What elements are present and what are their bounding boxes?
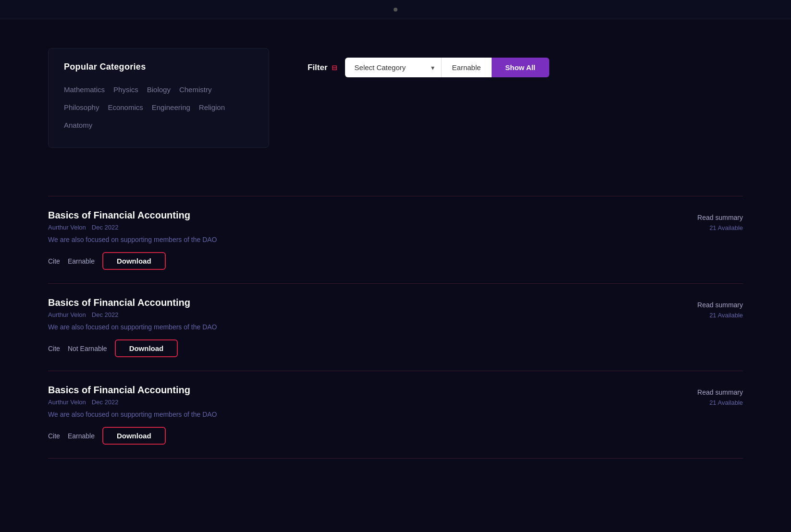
cite-button[interactable]: Cite (48, 345, 60, 352)
categories-grid: MathematicsPhysicsBiologyChemistryPhilos… (64, 83, 253, 132)
paper-actions: Cite Not Earnable Download (48, 339, 666, 357)
earnable-status: Earnable (68, 432, 95, 440)
category-item[interactable]: Physics (113, 83, 147, 97)
paper-content: Basics of Financial Accounting Aurthur V… (48, 385, 666, 445)
available-count: 21 Available (666, 224, 743, 231)
filter-icon: ⊟ (332, 64, 337, 72)
select-wrapper[interactable]: Select CategoryMathematicsPhysicsBiology… (345, 58, 441, 77)
category-item[interactable]: Biology (147, 83, 179, 97)
paper-author: Aurthur Velon (48, 311, 86, 318)
paper-meta: Aurthur Velon Dec 2022 (48, 311, 666, 318)
category-item[interactable]: Philosophy (64, 100, 108, 114)
filter-section: Filter ⊟ Select CategoryMathematicsPhysi… (308, 58, 743, 77)
category-item[interactable]: Religion (199, 100, 234, 114)
earnable-status: Earnable (68, 257, 95, 265)
read-summary-link[interactable]: Read summary (666, 388, 743, 396)
categories-panel: Popular Categories MathematicsPhysicsBio… (48, 48, 269, 148)
cite-button[interactable]: Cite (48, 432, 60, 440)
available-count: 21 Available (666, 399, 743, 406)
top-bar-dot (394, 8, 397, 12)
paper-content: Basics of Financial Accounting Aurthur V… (48, 210, 666, 270)
paper-date: Dec 2022 (92, 224, 119, 231)
category-item[interactable]: Chemistry (179, 83, 221, 97)
filter-text: Filter (308, 63, 328, 73)
cite-button[interactable]: Cite (48, 257, 60, 265)
paper-title: Basics of Financial Accounting (48, 210, 666, 221)
filter-controls: Select CategoryMathematicsPhysicsBiology… (345, 58, 549, 77)
paper-content: Basics of Financial Accounting Aurthur V… (48, 297, 666, 357)
download-button[interactable]: Download (102, 252, 166, 270)
paper-date: Dec 2022 (92, 311, 119, 318)
paper-author: Aurthur Velon (48, 399, 86, 406)
download-button[interactable]: Download (102, 427, 166, 445)
paper-meta: Aurthur Velon Dec 2022 (48, 224, 666, 231)
paper-description: We are also focused on supporting member… (48, 323, 666, 331)
category-item[interactable]: Anatomy (64, 118, 101, 132)
filter-label: Filter ⊟ (308, 63, 337, 73)
category-select[interactable]: Select CategoryMathematicsPhysicsBiology… (345, 58, 441, 77)
download-button[interactable]: Download (115, 339, 178, 357)
categories-title: Popular Categories (64, 62, 253, 72)
paper-author: Aurthur Velon (48, 224, 86, 231)
paper-actions: Cite Earnable Download (48, 252, 666, 270)
paper-actions: Cite Earnable Download (48, 427, 666, 445)
paper-meta: Aurthur Velon Dec 2022 (48, 399, 666, 406)
paper-right: Read summary 21 Available (666, 385, 743, 406)
top-bar (0, 0, 791, 19)
paper-item: Basics of Financial Accounting Aurthur V… (48, 371, 743, 459)
paper-right: Read summary 21 Available (666, 210, 743, 231)
paper-right: Read summary 21 Available (666, 297, 743, 319)
category-item[interactable]: Economics (108, 100, 151, 114)
paper-title: Basics of Financial Accounting (48, 385, 666, 396)
read-summary-link[interactable]: Read summary (666, 214, 743, 221)
paper-list: Basics of Financial Accounting Aurthur V… (48, 196, 743, 459)
category-item[interactable]: Engineering (152, 100, 199, 114)
available-count: 21 Available (666, 312, 743, 319)
paper-description: We are also focused on supporting member… (48, 236, 666, 243)
show-all-button[interactable]: Show All (492, 58, 549, 77)
category-item[interactable]: Mathematics (64, 83, 113, 97)
paper-description: We are also focused on supporting member… (48, 411, 666, 418)
paper-date: Dec 2022 (92, 399, 119, 406)
paper-item: Basics of Financial Accounting Aurthur V… (48, 284, 743, 371)
read-summary-link[interactable]: Read summary (666, 301, 743, 309)
paper-item: Basics of Financial Accounting Aurthur V… (48, 196, 743, 284)
paper-title: Basics of Financial Accounting (48, 297, 666, 308)
earnable-filter-button[interactable]: Earnable (441, 58, 492, 77)
right-section: Filter ⊟ Select CategoryMathematicsPhysi… (308, 48, 743, 93)
earnable-status: Not Earnable (68, 345, 107, 352)
